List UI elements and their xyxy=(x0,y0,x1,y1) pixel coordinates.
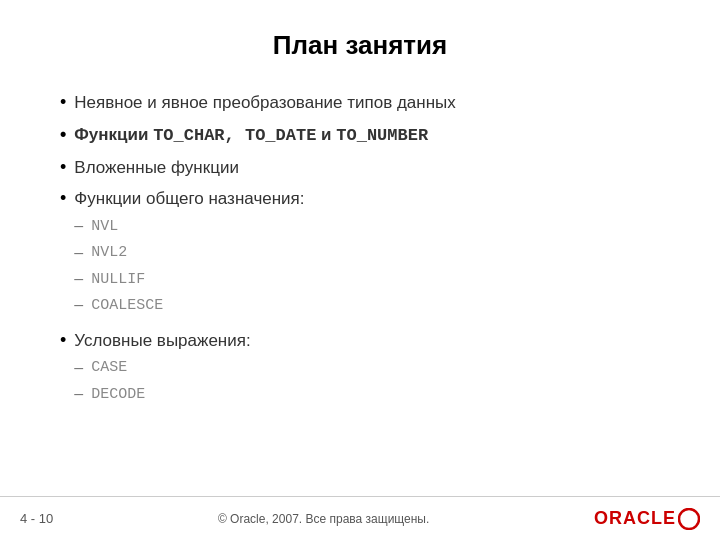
oracle-logo-text: ORACLE xyxy=(594,508,676,529)
list-item: – NVL2 xyxy=(74,242,304,264)
dash-icon: – xyxy=(74,268,83,290)
list-item: – DECODE xyxy=(74,383,250,405)
sub-list: – CASE – DECODE xyxy=(74,357,250,406)
sub-item-text: NVL xyxy=(91,216,118,237)
bullet-list: • Неявное и явное преобразование типов д… xyxy=(60,91,660,409)
sub-item-text: NVL2 xyxy=(91,242,127,263)
bullet-dot: • xyxy=(60,329,66,352)
bullet-text: Условные выражения: xyxy=(74,331,250,350)
list-item: – NVL xyxy=(74,215,304,237)
list-item: – NULLIF xyxy=(74,268,304,290)
list-item: • Функции TO_CHAR, TO_DATE и TO_NUMBER xyxy=(60,123,660,148)
list-item: • Вложенные функции xyxy=(60,156,660,180)
dash-icon: – xyxy=(74,294,83,316)
svg-point-0 xyxy=(679,509,699,529)
list-item: – CASE xyxy=(74,357,250,379)
list-item: • Функции общего назначения: – NVL – NVL… xyxy=(60,187,660,320)
bullet-text: Функции общего назначения: xyxy=(74,189,304,208)
bullet-dot: • xyxy=(60,123,66,146)
item-text: Функции общего назначения: – NVL – NVL2 … xyxy=(74,187,304,320)
list-item: • Условные выражения: – CASE – DECODE xyxy=(60,329,660,410)
item-text: Вложенные функции xyxy=(74,156,239,180)
list-item: • Неявное и явное преобразование типов д… xyxy=(60,91,660,115)
bullet-dot: • xyxy=(60,187,66,210)
list-item: – COALESCE xyxy=(74,294,304,316)
sub-list: – NVL – NVL2 – NULLIF – xyxy=(74,215,304,317)
sub-item-text: NULLIF xyxy=(91,269,145,290)
text-middle: и xyxy=(316,125,336,144)
mono-text2: TO_NUMBER xyxy=(336,126,428,145)
slide-footer: 4 - 10 © Oracle, 2007. Все права защищен… xyxy=(0,496,720,540)
dash-icon: – xyxy=(74,215,83,237)
oracle-logo: ORACLE xyxy=(594,508,700,530)
dash-icon: – xyxy=(74,242,83,264)
dash-icon: – xyxy=(74,357,83,379)
item-text: Условные выражения: – CASE – DECODE xyxy=(74,329,250,410)
mono-text: TO_CHAR, TO_DATE xyxy=(153,126,316,145)
item-text: Функции TO_CHAR, TO_DATE и TO_NUMBER xyxy=(74,123,428,148)
dash-icon: – xyxy=(74,383,83,405)
sub-item-coalesce: COALESCE xyxy=(91,295,163,316)
slide: План занятия • Неявное и явное преобразо… xyxy=(0,0,720,540)
oracle-logo-icon xyxy=(678,508,700,530)
slide-title: План занятия xyxy=(60,30,660,61)
item-text: Неявное и явное преобразование типов дан… xyxy=(74,91,455,115)
bullet-dot: • xyxy=(60,91,66,114)
sub-item-text: CASE xyxy=(91,357,127,378)
bullet-dot: • xyxy=(60,156,66,179)
footer-page: 4 - 10 xyxy=(20,511,53,526)
sub-item-text: DECODE xyxy=(91,384,145,405)
footer-copyright: © Oracle, 2007. Все права защищены. xyxy=(218,512,429,526)
slide-content: План занятия • Неявное и явное преобразо… xyxy=(0,0,720,496)
text-prefix: Функции xyxy=(74,125,153,144)
